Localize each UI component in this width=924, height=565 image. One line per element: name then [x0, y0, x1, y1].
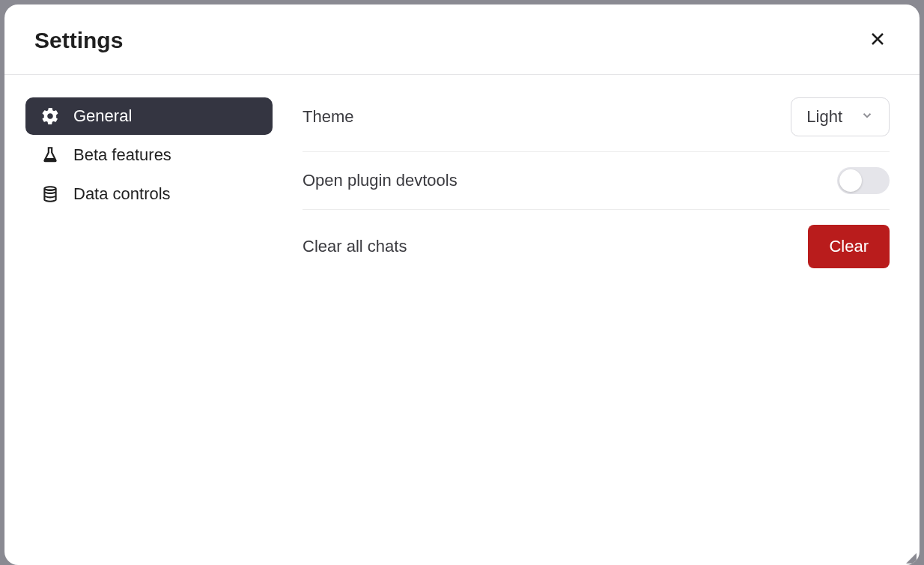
- flask-icon: [40, 145, 60, 165]
- sidebar-item-label: Data controls: [73, 184, 171, 204]
- modal-header: Settings: [4, 4, 920, 75]
- modal-body: General Beta features Data controls Them…: [4, 75, 920, 565]
- plugin-devtools-label: Open plugin devtools: [303, 171, 458, 190]
- close-button[interactable]: [866, 27, 890, 53]
- setting-row-plugin-devtools: Open plugin devtools: [303, 152, 890, 210]
- settings-modal: Settings General Beta features: [4, 4, 920, 565]
- page-title: Settings: [34, 28, 123, 53]
- sidebar: General Beta features Data controls: [25, 97, 273, 543]
- theme-label: Theme: [303, 107, 353, 127]
- sidebar-item-label: Beta features: [73, 145, 171, 165]
- clear-button[interactable]: Clear: [808, 225, 890, 268]
- sidebar-item-beta-features[interactable]: Beta features: [25, 136, 273, 174]
- sidebar-item-label: General: [73, 106, 132, 126]
- close-icon: [869, 30, 887, 50]
- setting-row-clear-chats: Clear all chats Clear: [303, 210, 890, 283]
- gear-icon: [40, 106, 60, 126]
- theme-select[interactable]: Light: [791, 97, 890, 136]
- clear-chats-label: Clear all chats: [303, 237, 407, 256]
- chevron-down-icon: [860, 107, 874, 127]
- plugin-devtools-toggle[interactable]: [837, 167, 890, 194]
- setting-row-theme: Theme Light: [303, 97, 890, 152]
- settings-content: Theme Light Open plugin devtools Clear a…: [303, 97, 890, 543]
- toggle-knob: [839, 169, 862, 192]
- sidebar-item-data-controls[interactable]: Data controls: [25, 175, 273, 213]
- database-icon: [40, 184, 60, 204]
- sidebar-item-general[interactable]: General: [25, 97, 273, 135]
- resize-handle-icon[interactable]: [906, 553, 917, 564]
- theme-select-value: Light: [806, 107, 842, 127]
